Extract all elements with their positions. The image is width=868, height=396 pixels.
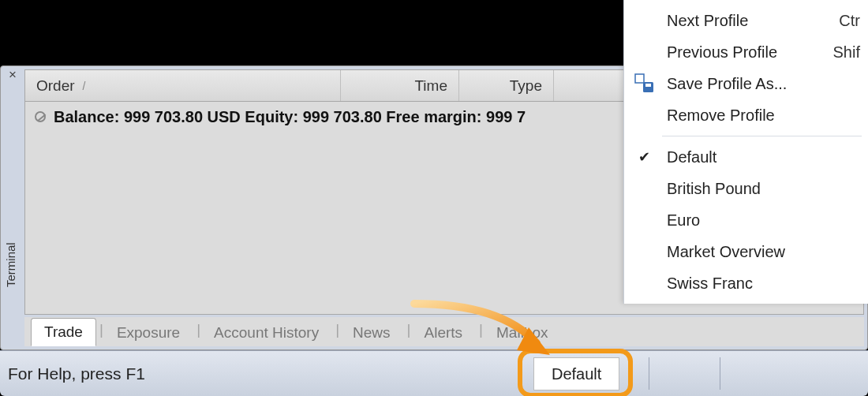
profile-selector[interactable]: Default [533,357,619,390]
menu-previous-profile[interactable]: Previous ProfileShif [624,36,868,68]
menu-item-label: Save Profile As... [667,75,787,93]
menu-item-label: Default [667,148,716,166]
terminal-tabs: Trade|Exposure|Account History|News|Aler… [24,317,864,346]
svg-rect-1 [643,82,653,92]
tab-alerts[interactable]: Alerts [411,319,477,346]
help-text: For Help, press F1 [0,364,868,383]
menu-remove-profile[interactable]: Remove Profile [624,99,868,131]
svg-rect-2 [645,84,651,87]
menu-profile-swiss-franc[interactable]: Swiss Franc [624,267,868,299]
col-order[interactable]: Order / [25,70,341,101]
menu-separator [662,136,862,136]
status-separator [720,357,720,390]
menu-item-label: British Pound [667,180,761,198]
status-separator [649,357,649,390]
menu-item-label: Market Overview [667,243,785,261]
check-icon: ✔ [638,148,650,166]
menu-item-label: Remove Profile [667,106,775,125]
tab-trade[interactable]: Trade [31,318,96,346]
balance-text: Balance: 999 703.80 USD Equity: 999 703.… [54,108,526,125]
no-entry-icon [35,111,46,122]
sort-indicator-icon: / [83,80,86,92]
menu-profile-market-overview[interactable]: Market Overview [624,236,868,267]
menu-item-label: Previous Profile [667,43,777,62]
close-icon[interactable]: × [6,68,20,82]
svg-rect-0 [635,74,644,83]
tab-account-history[interactable]: Account History [200,319,332,346]
status-bar: For Help, press F1 Default [0,350,868,396]
menu-next-profile[interactable]: Next ProfileCtr [624,5,868,36]
save-icon [634,73,656,95]
menu-item-label: Next Profile [667,12,748,30]
menu-item-shortcut: Ctr [839,12,860,30]
menu-profile-default[interactable]: ✔Default [624,141,868,173]
profile-current-label: Default [552,365,601,383]
menu-profile-euro[interactable]: Euro [624,204,868,236]
menu-item-label: Euro [667,211,700,230]
col-order-label: Order [36,77,75,95]
profile-context-menu: Next ProfileCtrPrevious ProfileShifSave … [623,0,868,304]
tab-news[interactable]: News [339,319,404,346]
tab-mailbox[interactable]: Mailbox [483,319,561,346]
menu-profile-british-pound[interactable]: British Pound [624,173,868,204]
menu-item-label: Swiss Franc [667,275,753,293]
menu-item-shortcut: Shif [833,43,860,62]
panel-title: Terminal [4,242,17,287]
col-time[interactable]: Time [341,70,459,101]
menu-save-profile-as[interactable]: Save Profile As... [624,68,868,99]
col-type[interactable]: Type [459,70,554,101]
tab-exposure[interactable]: Exposure [103,319,193,346]
